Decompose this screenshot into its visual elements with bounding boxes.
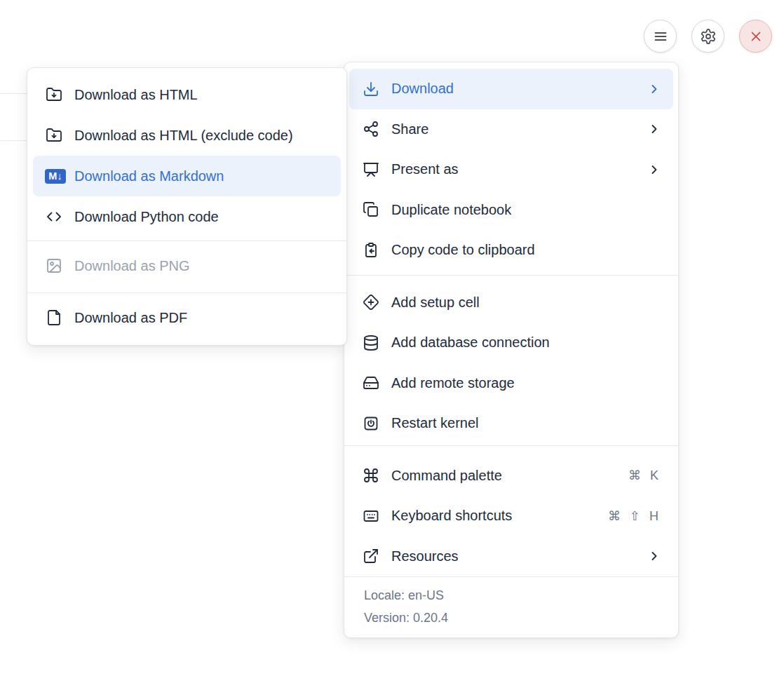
menu-item-copy-code[interactable]: Copy code to clipboard xyxy=(344,230,678,271)
menu-item-download-as-html-exclude-code[interactable]: Download as HTML (exclude code) xyxy=(27,115,346,156)
keyboard-icon xyxy=(362,508,380,525)
download-submenu: Download as HTML Download as HTML (exclu… xyxy=(27,67,347,346)
menu-item-add-setup-cell[interactable]: Add setup cell xyxy=(344,283,678,323)
menu-item-label: Add remote storage xyxy=(391,375,515,391)
shortcut-command-palette: ⌘ K xyxy=(628,468,661,483)
chevron-right-icon xyxy=(647,163,661,177)
settings-button[interactable] xyxy=(691,20,724,53)
shortcut-keyboard-shortcuts: ⌘ ⇧ H xyxy=(608,508,661,524)
menu-separator xyxy=(27,241,346,241)
menu-item-label: Share xyxy=(391,121,428,137)
menu-button[interactable] xyxy=(644,20,677,53)
diamond-plus-icon xyxy=(362,294,380,311)
floating-toolbar xyxy=(644,20,772,53)
image-icon xyxy=(45,257,63,274)
external-link-icon xyxy=(362,548,380,564)
menu-item-label: Download as HTML xyxy=(74,87,198,103)
menu-item-label: Download as PNG xyxy=(74,258,190,274)
code-icon xyxy=(45,208,63,225)
share-icon xyxy=(362,121,380,137)
menu-item-restart-kernel[interactable]: Restart kernel xyxy=(344,403,678,444)
database-icon xyxy=(362,334,380,351)
gear-icon xyxy=(699,28,717,45)
menu-item-add-remote-storage[interactable]: Add remote storage xyxy=(344,363,678,404)
menu-item-label: Download as PDF xyxy=(74,310,187,326)
hamburger-icon xyxy=(651,28,670,45)
menu-item-label: Add database connection xyxy=(391,334,550,351)
menu-item-present-as[interactable]: Present as xyxy=(344,149,678,190)
menu-item-download-python-code[interactable]: Download Python code xyxy=(27,196,346,237)
menu-item-download-as-pdf[interactable]: Download as PDF xyxy=(27,297,346,338)
menu-item-label: Present as xyxy=(391,161,459,177)
menu-item-label: Download as Markdown xyxy=(74,168,224,184)
command-icon xyxy=(362,467,380,484)
download-icon xyxy=(362,81,380,97)
menu-item-download-as-markdown[interactable]: M↓ Download as Markdown xyxy=(33,156,341,196)
menu-item-duplicate-notebook[interactable]: Duplicate notebook xyxy=(344,190,678,231)
background-rule-bottom xyxy=(0,140,27,141)
menu-separator xyxy=(344,275,678,276)
close-icon xyxy=(747,29,765,44)
menu-item-label: Resources xyxy=(391,548,459,564)
menu-item-label: Download xyxy=(391,81,454,97)
menu-item-label: Keyboard shortcuts xyxy=(391,508,512,524)
power-square-icon xyxy=(362,415,380,432)
chevron-right-icon xyxy=(647,82,661,96)
version-text: Version: 0.20.4 xyxy=(364,607,658,629)
menu-item-download-as-png[interactable]: Download as PNG xyxy=(27,245,346,286)
clipboard-copy-icon xyxy=(362,242,380,259)
presentation-icon xyxy=(362,161,380,178)
menu-footer: Locale: en-US Version: 0.20.4 xyxy=(344,577,678,637)
file-icon xyxy=(45,309,63,326)
menu-item-label: Restart kernel xyxy=(391,415,479,431)
close-button[interactable] xyxy=(739,20,772,53)
folder-down-icon xyxy=(45,127,63,144)
menu-item-download-as-html[interactable]: Download as HTML xyxy=(27,74,346,115)
menu-item-command-palette[interactable]: Command palette ⌘ K xyxy=(344,456,678,496)
app-canvas: Download Share Present as Duplicate no xyxy=(0,0,784,690)
menu-item-label: Copy code to clipboard xyxy=(391,242,535,258)
chevron-right-icon xyxy=(647,549,661,563)
menu-item-add-database-connection[interactable]: Add database connection xyxy=(344,323,678,363)
background-rule-top xyxy=(0,93,27,94)
menu-item-label: Download as HTML (exclude code) xyxy=(74,128,293,144)
chevron-right-icon xyxy=(647,122,661,136)
menu-item-label: Add setup cell xyxy=(391,295,480,311)
menu-item-share[interactable]: Share xyxy=(344,109,678,150)
menu-item-label: Duplicate notebook xyxy=(391,202,511,218)
folder-down-icon xyxy=(45,86,63,103)
menu-item-download[interactable]: Download xyxy=(349,69,673,109)
menu-separator xyxy=(27,292,346,293)
menu-separator xyxy=(344,445,678,446)
menu-item-keyboard-shortcuts[interactable]: Keyboard shortcuts ⌘ ⇧ H xyxy=(344,496,678,536)
menu-item-label: Download Python code xyxy=(74,209,219,225)
copy-icon xyxy=(362,201,380,218)
locale-text: Locale: en-US xyxy=(364,584,658,607)
markdown-badge-icon: M↓ xyxy=(45,169,66,184)
menu-item-label: Command palette xyxy=(391,468,502,484)
notebook-actions-menu: Download Share Present as Duplicate no xyxy=(344,62,679,638)
hard-drive-icon xyxy=(362,374,380,391)
menu-item-resources[interactable]: Resources xyxy=(344,536,678,577)
